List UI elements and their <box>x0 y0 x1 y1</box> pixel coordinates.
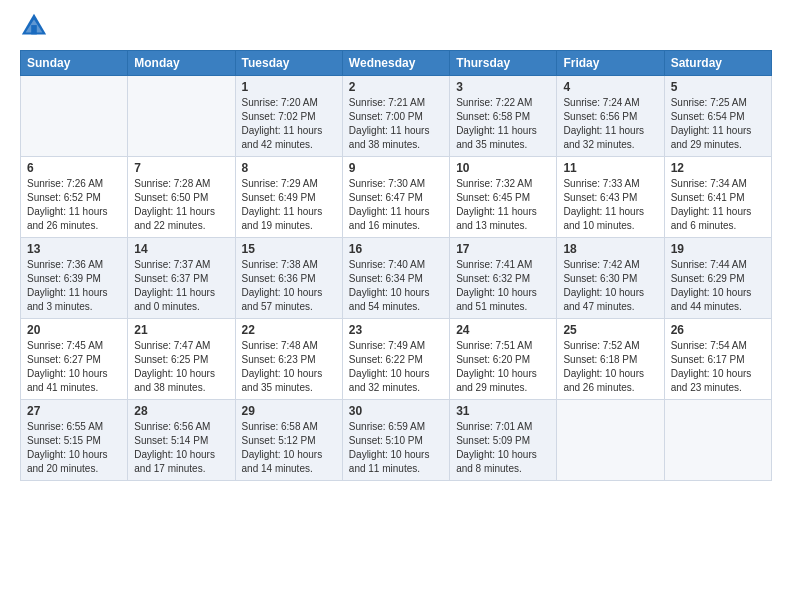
day-info: Sunrise: 7:51 AM Sunset: 6:20 PM Dayligh… <box>456 339 550 395</box>
week-row-5: 27Sunrise: 6:55 AM Sunset: 5:15 PM Dayli… <box>21 400 772 481</box>
week-row-4: 20Sunrise: 7:45 AM Sunset: 6:27 PM Dayli… <box>21 319 772 400</box>
calendar-cell: 12Sunrise: 7:34 AM Sunset: 6:41 PM Dayli… <box>664 157 771 238</box>
header-cell-saturday: Saturday <box>664 51 771 76</box>
day-number: 23 <box>349 323 443 337</box>
day-info: Sunrise: 6:59 AM Sunset: 5:10 PM Dayligh… <box>349 420 443 476</box>
calendar-cell: 24Sunrise: 7:51 AM Sunset: 6:20 PM Dayli… <box>450 319 557 400</box>
header-cell-thursday: Thursday <box>450 51 557 76</box>
day-info: Sunrise: 7:54 AM Sunset: 6:17 PM Dayligh… <box>671 339 765 395</box>
calendar-cell: 9Sunrise: 7:30 AM Sunset: 6:47 PM Daylig… <box>342 157 449 238</box>
day-number: 6 <box>27 161 121 175</box>
calendar-cell: 5Sunrise: 7:25 AM Sunset: 6:54 PM Daylig… <box>664 76 771 157</box>
day-number: 1 <box>242 80 336 94</box>
day-number: 13 <box>27 242 121 256</box>
day-number: 26 <box>671 323 765 337</box>
day-number: 20 <box>27 323 121 337</box>
week-row-3: 13Sunrise: 7:36 AM Sunset: 6:39 PM Dayli… <box>21 238 772 319</box>
calendar-cell: 20Sunrise: 7:45 AM Sunset: 6:27 PM Dayli… <box>21 319 128 400</box>
calendar-cell: 8Sunrise: 7:29 AM Sunset: 6:49 PM Daylig… <box>235 157 342 238</box>
day-info: Sunrise: 7:48 AM Sunset: 6:23 PM Dayligh… <box>242 339 336 395</box>
calendar-cell <box>557 400 664 481</box>
day-info: Sunrise: 7:40 AM Sunset: 6:34 PM Dayligh… <box>349 258 443 314</box>
header-row: SundayMondayTuesdayWednesdayThursdayFrid… <box>21 51 772 76</box>
day-info: Sunrise: 7:45 AM Sunset: 6:27 PM Dayligh… <box>27 339 121 395</box>
day-number: 15 <box>242 242 336 256</box>
header-cell-friday: Friday <box>557 51 664 76</box>
day-number: 9 <box>349 161 443 175</box>
calendar-cell: 27Sunrise: 6:55 AM Sunset: 5:15 PM Dayli… <box>21 400 128 481</box>
calendar-cell: 3Sunrise: 7:22 AM Sunset: 6:58 PM Daylig… <box>450 76 557 157</box>
day-info: Sunrise: 7:21 AM Sunset: 7:00 PM Dayligh… <box>349 96 443 152</box>
day-info: Sunrise: 7:28 AM Sunset: 6:50 PM Dayligh… <box>134 177 228 233</box>
day-number: 30 <box>349 404 443 418</box>
calendar-cell: 13Sunrise: 7:36 AM Sunset: 6:39 PM Dayli… <box>21 238 128 319</box>
calendar-cell: 18Sunrise: 7:42 AM Sunset: 6:30 PM Dayli… <box>557 238 664 319</box>
day-number: 10 <box>456 161 550 175</box>
calendar-cell: 29Sunrise: 6:58 AM Sunset: 5:12 PM Dayli… <box>235 400 342 481</box>
calendar-cell: 17Sunrise: 7:41 AM Sunset: 6:32 PM Dayli… <box>450 238 557 319</box>
day-info: Sunrise: 7:30 AM Sunset: 6:47 PM Dayligh… <box>349 177 443 233</box>
day-number: 21 <box>134 323 228 337</box>
day-info: Sunrise: 7:47 AM Sunset: 6:25 PM Dayligh… <box>134 339 228 395</box>
calendar-cell: 1Sunrise: 7:20 AM Sunset: 7:02 PM Daylig… <box>235 76 342 157</box>
calendar-cell: 25Sunrise: 7:52 AM Sunset: 6:18 PM Dayli… <box>557 319 664 400</box>
day-number: 24 <box>456 323 550 337</box>
day-number: 12 <box>671 161 765 175</box>
header-cell-tuesday: Tuesday <box>235 51 342 76</box>
calendar-cell: 23Sunrise: 7:49 AM Sunset: 6:22 PM Dayli… <box>342 319 449 400</box>
calendar-cell: 15Sunrise: 7:38 AM Sunset: 6:36 PM Dayli… <box>235 238 342 319</box>
calendar-cell <box>664 400 771 481</box>
calendar-cell: 19Sunrise: 7:44 AM Sunset: 6:29 PM Dayli… <box>664 238 771 319</box>
day-number: 4 <box>563 80 657 94</box>
day-number: 28 <box>134 404 228 418</box>
header-cell-sunday: Sunday <box>21 51 128 76</box>
header <box>20 16 772 40</box>
day-info: Sunrise: 7:25 AM Sunset: 6:54 PM Dayligh… <box>671 96 765 152</box>
logo <box>20 16 52 40</box>
day-info: Sunrise: 7:52 AM Sunset: 6:18 PM Dayligh… <box>563 339 657 395</box>
day-info: Sunrise: 7:24 AM Sunset: 6:56 PM Dayligh… <box>563 96 657 152</box>
day-info: Sunrise: 7:22 AM Sunset: 6:58 PM Dayligh… <box>456 96 550 152</box>
header-cell-monday: Monday <box>128 51 235 76</box>
day-number: 2 <box>349 80 443 94</box>
day-info: Sunrise: 7:34 AM Sunset: 6:41 PM Dayligh… <box>671 177 765 233</box>
day-number: 31 <box>456 404 550 418</box>
day-number: 11 <box>563 161 657 175</box>
day-info: Sunrise: 7:49 AM Sunset: 6:22 PM Dayligh… <box>349 339 443 395</box>
day-info: Sunrise: 7:01 AM Sunset: 5:09 PM Dayligh… <box>456 420 550 476</box>
calendar-cell: 11Sunrise: 7:33 AM Sunset: 6:43 PM Dayli… <box>557 157 664 238</box>
day-info: Sunrise: 7:37 AM Sunset: 6:37 PM Dayligh… <box>134 258 228 314</box>
calendar-cell: 26Sunrise: 7:54 AM Sunset: 6:17 PM Dayli… <box>664 319 771 400</box>
day-info: Sunrise: 7:29 AM Sunset: 6:49 PM Dayligh… <box>242 177 336 233</box>
day-info: Sunrise: 7:26 AM Sunset: 6:52 PM Dayligh… <box>27 177 121 233</box>
calendar-cell: 10Sunrise: 7:32 AM Sunset: 6:45 PM Dayli… <box>450 157 557 238</box>
day-info: Sunrise: 6:55 AM Sunset: 5:15 PM Dayligh… <box>27 420 121 476</box>
day-info: Sunrise: 7:32 AM Sunset: 6:45 PM Dayligh… <box>456 177 550 233</box>
day-info: Sunrise: 6:56 AM Sunset: 5:14 PM Dayligh… <box>134 420 228 476</box>
calendar-cell: 16Sunrise: 7:40 AM Sunset: 6:34 PM Dayli… <box>342 238 449 319</box>
day-number: 27 <box>27 404 121 418</box>
day-number: 3 <box>456 80 550 94</box>
day-info: Sunrise: 7:36 AM Sunset: 6:39 PM Dayligh… <box>27 258 121 314</box>
logo-icon <box>20 12 48 40</box>
header-cell-wednesday: Wednesday <box>342 51 449 76</box>
day-number: 17 <box>456 242 550 256</box>
day-info: Sunrise: 7:33 AM Sunset: 6:43 PM Dayligh… <box>563 177 657 233</box>
day-number: 8 <box>242 161 336 175</box>
day-info: Sunrise: 7:38 AM Sunset: 6:36 PM Dayligh… <box>242 258 336 314</box>
day-number: 5 <box>671 80 765 94</box>
calendar-cell: 30Sunrise: 6:59 AM Sunset: 5:10 PM Dayli… <box>342 400 449 481</box>
day-number: 25 <box>563 323 657 337</box>
calendar-cell: 31Sunrise: 7:01 AM Sunset: 5:09 PM Dayli… <box>450 400 557 481</box>
calendar-cell: 2Sunrise: 7:21 AM Sunset: 7:00 PM Daylig… <box>342 76 449 157</box>
calendar-table: SundayMondayTuesdayWednesdayThursdayFrid… <box>20 50 772 481</box>
calendar-cell: 14Sunrise: 7:37 AM Sunset: 6:37 PM Dayli… <box>128 238 235 319</box>
day-number: 7 <box>134 161 228 175</box>
day-info: Sunrise: 7:42 AM Sunset: 6:30 PM Dayligh… <box>563 258 657 314</box>
day-info: Sunrise: 7:20 AM Sunset: 7:02 PM Dayligh… <box>242 96 336 152</box>
day-number: 18 <box>563 242 657 256</box>
svg-rect-2 <box>31 25 37 34</box>
day-number: 16 <box>349 242 443 256</box>
day-number: 14 <box>134 242 228 256</box>
calendar-cell <box>128 76 235 157</box>
